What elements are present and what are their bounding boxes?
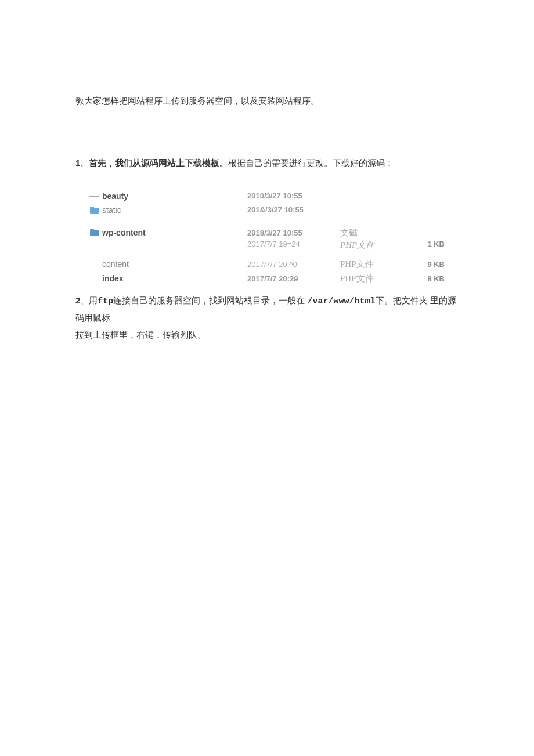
step-2-path: /var/www/html: [308, 296, 376, 306]
file-row: index 2017/7/7 20:29 PHP文件 8 KB: [89, 272, 459, 284]
file-name: index: [102, 274, 247, 283]
file-row: content 2017/7/7 20:^0 PHP文件 9 KB: [89, 256, 459, 272]
file-date: 2017/7/7 20:29: [247, 274, 340, 283]
file-date: 2010/3/27 10:55: [247, 191, 340, 200]
step-2-text-a: 用: [89, 295, 98, 305]
file-date: 2017/7/7 19=24: [247, 240, 340, 251]
file-type: 文磁: [340, 227, 410, 238]
step-2-ftp: ftp: [98, 296, 113, 306]
file-date: 201&/3/27 10:55: [247, 205, 340, 214]
file-name: [102, 240, 247, 251]
blank-icon: [89, 274, 100, 283]
intro-text: 教大家怎样把网站程序上传到服务器空间，以及安装网站程序。: [75, 93, 459, 108]
file-row: wp-content 2018/3/27 10:55 文磁: [89, 225, 459, 241]
file-row: beauty 2010/3/27 10:55: [89, 189, 459, 203]
file-size: 8 KB: [410, 274, 445, 283]
file-type: PHP文件: [340, 259, 410, 270]
file-date: 2017/7/7 20:^0: [247, 260, 340, 269]
file-row: static 201&/3/27 10:55: [89, 203, 459, 217]
step-2-sep: 、: [80, 295, 89, 305]
file-type: PHP文件: [340, 240, 410, 251]
file-type: PHP文件: [340, 273, 410, 284]
file-name: static: [102, 205, 247, 215]
line-icon: [89, 192, 100, 200]
svg-rect-2: [90, 207, 94, 209]
folder-icon: [89, 229, 100, 237]
file-name: beauty: [102, 191, 247, 201]
file-name: wp-content: [102, 228, 247, 237]
step-2-text-b: 连接自己的服务器空间，找到网站根目录，一般在: [113, 295, 307, 305]
step-1: 1、首先，我们从源码网站上下载模板。根据自己的需要进行更改。下载好的源码：: [75, 155, 459, 172]
step-1-sep: 、: [80, 158, 89, 168]
file-list: beauty 2010/3/27 10:55 static 201&/3/27 …: [89, 189, 459, 284]
file-name: content: [102, 259, 247, 269]
step-2-line2: 拉到上传框里，右键，传输列队。: [75, 330, 206, 339]
file-size: 1 KB: [410, 240, 445, 251]
file-date: 2018/3/27 10:55: [247, 229, 340, 237]
blank-icon: [89, 260, 100, 268]
step-1-rest: 根据自己的需要进行更改。下载好的源码：: [228, 158, 394, 168]
file-row: 2017/7/7 19=24 PHP文件 1 KB: [102, 240, 459, 251]
svg-rect-4: [90, 229, 94, 231]
file-size: 9 KB: [410, 260, 445, 269]
step-2: 2、用ftp连接自己的服务器空间，找到网站根目录，一般在 /var/www/ht…: [75, 292, 459, 343]
folder-icon: [89, 206, 100, 214]
step-1-bold: 首先，我们从源码网站上下载模板。: [89, 158, 228, 168]
